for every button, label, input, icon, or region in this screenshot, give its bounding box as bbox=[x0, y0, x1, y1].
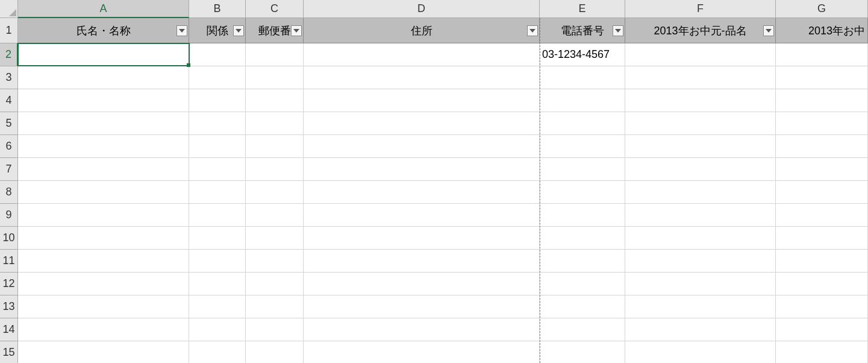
cell-C12[interactable] bbox=[246, 273, 304, 295]
cell-C11[interactable] bbox=[246, 250, 304, 273]
col-header-D[interactable]: D bbox=[304, 0, 540, 18]
filter-button-E[interactable] bbox=[613, 25, 623, 36]
cell-C3[interactable] bbox=[246, 66, 304, 89]
cell-B4[interactable] bbox=[189, 89, 246, 112]
cell-F10[interactable] bbox=[625, 227, 776, 250]
row-header-13[interactable]: 13 bbox=[0, 295, 18, 318]
cell-B15[interactable] bbox=[189, 341, 246, 363]
col-header-A[interactable]: A bbox=[18, 0, 189, 18]
cell-A6[interactable] bbox=[18, 135, 189, 158]
row-header-11[interactable]: 11 bbox=[0, 250, 18, 273]
cell-F7[interactable] bbox=[625, 158, 776, 181]
row-header-3[interactable]: 3 bbox=[0, 66, 18, 89]
cell-F14[interactable] bbox=[625, 318, 776, 341]
row-header-9[interactable]: 9 bbox=[0, 204, 18, 227]
cell-C1[interactable]: 郵便番 bbox=[246, 18, 304, 43]
cell-B2[interactable] bbox=[189, 43, 246, 66]
cell-C14[interactable] bbox=[246, 318, 304, 341]
row-header-7[interactable]: 7 bbox=[0, 158, 18, 181]
cell-B1[interactable]: 関係 bbox=[189, 18, 246, 43]
cell-F15[interactable] bbox=[625, 341, 776, 363]
cell-C15[interactable] bbox=[246, 341, 304, 363]
cell-G2[interactable] bbox=[776, 43, 868, 66]
select-all-corner[interactable] bbox=[0, 0, 18, 18]
cell-E11[interactable] bbox=[540, 250, 625, 273]
cell-A10[interactable] bbox=[18, 227, 189, 250]
cell-A3[interactable] bbox=[18, 66, 189, 89]
cell-E10[interactable] bbox=[540, 227, 625, 250]
row-header-14[interactable]: 14 bbox=[0, 318, 18, 341]
cell-F3[interactable] bbox=[625, 66, 776, 89]
cell-G8[interactable] bbox=[776, 181, 868, 204]
cell-A15[interactable] bbox=[18, 341, 189, 363]
cell-F1[interactable]: 2013年お中元-品名 bbox=[625, 18, 776, 43]
col-header-F[interactable]: F bbox=[625, 0, 776, 18]
cell-D8[interactable] bbox=[304, 181, 540, 204]
filter-button-B[interactable] bbox=[233, 25, 244, 36]
cell-A9[interactable] bbox=[18, 204, 189, 227]
cell-D12[interactable] bbox=[304, 273, 540, 295]
cell-C9[interactable] bbox=[246, 204, 304, 227]
cell-D10[interactable] bbox=[304, 227, 540, 250]
cell-C13[interactable] bbox=[246, 295, 304, 318]
cell-E3[interactable] bbox=[540, 66, 625, 89]
cell-D6[interactable] bbox=[304, 135, 540, 158]
cell-E5[interactable] bbox=[540, 112, 625, 135]
cell-D15[interactable] bbox=[304, 341, 540, 363]
cell-B9[interactable] bbox=[189, 204, 246, 227]
cell-G12[interactable] bbox=[776, 273, 868, 295]
cell-A8[interactable] bbox=[18, 181, 189, 204]
filter-button-A[interactable] bbox=[176, 25, 187, 36]
cell-E4[interactable] bbox=[540, 89, 625, 112]
cell-G1[interactable]: 2013年お中 bbox=[776, 18, 868, 43]
row-header-15[interactable]: 15 bbox=[0, 341, 18, 363]
cell-G14[interactable] bbox=[776, 318, 868, 341]
cell-G7[interactable] bbox=[776, 158, 868, 181]
cell-B6[interactable] bbox=[189, 135, 246, 158]
cell-C8[interactable] bbox=[246, 181, 304, 204]
cell-E8[interactable] bbox=[540, 181, 625, 204]
cell-A14[interactable] bbox=[18, 318, 189, 341]
row-header-4[interactable]: 4 bbox=[0, 89, 18, 112]
row-header-10[interactable]: 10 bbox=[0, 227, 18, 250]
cell-F4[interactable] bbox=[625, 89, 776, 112]
cell-A12[interactable] bbox=[18, 273, 189, 295]
cell-F11[interactable] bbox=[625, 250, 776, 273]
cell-D14[interactable] bbox=[304, 318, 540, 341]
cell-D4[interactable] bbox=[304, 89, 540, 112]
cell-F2[interactable] bbox=[625, 43, 776, 66]
cell-D3[interactable] bbox=[304, 66, 540, 89]
filter-button-F[interactable] bbox=[763, 25, 774, 36]
cell-D2[interactable] bbox=[304, 43, 540, 66]
cell-C2[interactable] bbox=[246, 43, 304, 66]
row-header-8[interactable]: 8 bbox=[0, 181, 18, 204]
cell-E15[interactable] bbox=[540, 341, 625, 363]
cell-F9[interactable] bbox=[625, 204, 776, 227]
cell-A4[interactable] bbox=[18, 89, 189, 112]
cell-E6[interactable] bbox=[540, 135, 625, 158]
cell-B8[interactable] bbox=[189, 181, 246, 204]
cell-B13[interactable] bbox=[189, 295, 246, 318]
cell-E13[interactable] bbox=[540, 295, 625, 318]
cell-E7[interactable] bbox=[540, 158, 625, 181]
cell-G6[interactable] bbox=[776, 135, 868, 158]
cell-E14[interactable] bbox=[540, 318, 625, 341]
cell-B3[interactable] bbox=[189, 66, 246, 89]
cell-B10[interactable] bbox=[189, 227, 246, 250]
cell-C6[interactable] bbox=[246, 135, 304, 158]
cell-C10[interactable] bbox=[246, 227, 304, 250]
cell-F8[interactable] bbox=[625, 181, 776, 204]
cell-D5[interactable] bbox=[304, 112, 540, 135]
cell-G15[interactable] bbox=[776, 341, 868, 363]
cell-D13[interactable] bbox=[304, 295, 540, 318]
cell-E12[interactable] bbox=[540, 273, 625, 295]
col-header-C[interactable]: C bbox=[246, 0, 304, 18]
cell-D9[interactable] bbox=[304, 204, 540, 227]
cell-B14[interactable] bbox=[189, 318, 246, 341]
cell-A5[interactable] bbox=[18, 112, 189, 135]
cell-A13[interactable] bbox=[18, 295, 189, 318]
cell-F13[interactable] bbox=[625, 295, 776, 318]
cell-G3[interactable] bbox=[776, 66, 868, 89]
cell-D11[interactable] bbox=[304, 250, 540, 273]
cell-B12[interactable] bbox=[189, 273, 246, 295]
